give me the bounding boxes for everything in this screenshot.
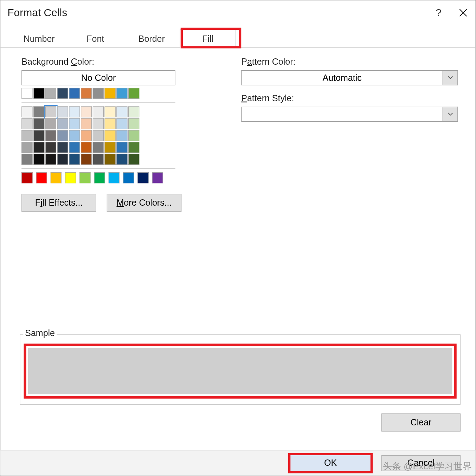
color-swatch[interactable]	[45, 154, 56, 165]
tab-number[interactable]: Number	[11, 30, 67, 48]
standard-colors-row	[21, 172, 175, 183]
color-swatch[interactable]	[81, 118, 92, 129]
color-swatch[interactable]	[33, 107, 44, 117]
fill-effects-button[interactable]: Fill Effects...	[21, 194, 96, 212]
color-swatch[interactable]	[51, 172, 62, 183]
ok-button-label: OK	[290, 455, 371, 471]
color-swatch[interactable]	[33, 142, 44, 153]
tints-grid	[21, 107, 175, 165]
tab-font[interactable]: Font	[67, 30, 123, 48]
color-swatch[interactable]	[105, 142, 116, 153]
pattern-section: Pattern Color: Automatic Pattern Style:	[241, 57, 458, 212]
color-swatch[interactable]	[105, 88, 116, 99]
color-swatch[interactable]	[45, 88, 56, 99]
color-swatch[interactable]	[93, 142, 104, 153]
color-swatch[interactable]	[69, 142, 80, 153]
color-swatch[interactable]	[45, 142, 56, 153]
color-swatch[interactable]	[21, 88, 32, 99]
color-swatch[interactable]	[81, 142, 92, 153]
color-swatch[interactable]	[45, 118, 56, 129]
btn-accel: M	[116, 198, 124, 208]
color-swatch[interactable]	[45, 107, 56, 117]
color-swatch[interactable]	[69, 118, 80, 129]
color-swatch[interactable]	[116, 154, 127, 165]
color-swatch[interactable]	[57, 154, 68, 165]
color-swatch[interactable]	[21, 154, 32, 165]
btn-text: F	[35, 198, 40, 208]
cancel-button[interactable]: Cancel	[381, 455, 461, 471]
color-swatch[interactable]	[105, 107, 116, 117]
color-swatch[interactable]	[116, 107, 127, 117]
color-swatch[interactable]	[105, 118, 116, 129]
color-swatch[interactable]	[69, 88, 80, 99]
color-swatch[interactable]	[57, 142, 68, 153]
color-swatch[interactable]	[57, 130, 68, 141]
color-swatch[interactable]	[57, 88, 68, 99]
color-swatch[interactable]	[128, 88, 139, 99]
color-swatch[interactable]	[65, 172, 76, 183]
color-swatch[interactable]	[81, 88, 92, 99]
color-swatch[interactable]	[152, 172, 163, 183]
background-color-section: Background Color: No Color Fill Effects.…	[21, 57, 206, 212]
color-swatch[interactable]	[116, 118, 127, 129]
color-swatch[interactable]	[21, 172, 32, 183]
color-swatch[interactable]	[21, 118, 32, 129]
color-swatch[interactable]	[128, 142, 139, 153]
dialog-footer: OK Cancel	[0, 450, 475, 476]
color-swatch[interactable]	[94, 172, 105, 183]
color-swatch[interactable]	[93, 130, 104, 141]
color-swatch[interactable]	[93, 118, 104, 129]
ok-button[interactable]: OK	[288, 453, 373, 473]
close-button[interactable]	[451, 0, 476, 25]
color-swatch[interactable]	[33, 88, 44, 99]
pattern-color-label: Pattern Color:	[241, 57, 458, 67]
color-swatch[interactable]	[137, 172, 148, 183]
color-swatch[interactable]	[57, 118, 68, 129]
color-swatch[interactable]	[105, 154, 116, 165]
color-swatch[interactable]	[93, 88, 104, 99]
pattern-style-value	[241, 107, 443, 122]
color-swatch[interactable]	[69, 154, 80, 165]
color-swatch[interactable]	[105, 130, 116, 141]
clear-button[interactable]: Clear	[381, 413, 461, 431]
color-swatch[interactable]	[81, 107, 92, 117]
tab-border[interactable]: Border	[123, 30, 180, 48]
color-swatch[interactable]	[116, 142, 127, 153]
color-swatch[interactable]	[93, 154, 104, 165]
color-swatch[interactable]	[79, 172, 90, 183]
color-swatch[interactable]	[123, 172, 134, 183]
more-colors-button[interactable]: More Colors...	[107, 194, 182, 212]
color-swatch[interactable]	[109, 172, 120, 183]
tab-fill[interactable]: Fill	[180, 30, 236, 48]
color-swatch[interactable]	[21, 142, 32, 153]
pattern-color-dropdown[interactable]: Automatic	[241, 70, 458, 85]
color-swatch[interactable]	[81, 154, 92, 165]
dropdown-arrow-button[interactable]	[443, 70, 458, 85]
color-swatch[interactable]	[21, 130, 32, 141]
pattern-style-dropdown[interactable]	[241, 107, 458, 122]
color-swatch[interactable]	[93, 107, 104, 117]
color-swatch[interactable]	[21, 107, 32, 117]
color-swatch[interactable]	[33, 118, 44, 129]
color-swatch[interactable]	[33, 154, 44, 165]
label-accel: C	[71, 57, 77, 66]
color-swatch[interactable]	[57, 107, 68, 117]
color-swatch[interactable]	[116, 130, 127, 141]
label-text: olor:	[77, 57, 95, 66]
color-swatch[interactable]	[116, 88, 127, 99]
color-swatch[interactable]	[128, 130, 139, 141]
color-swatch[interactable]	[81, 130, 92, 141]
dropdown-arrow-button[interactable]	[443, 107, 458, 122]
color-swatch[interactable]	[69, 130, 80, 141]
help-button[interactable]: ?	[426, 0, 451, 25]
color-swatch[interactable]	[128, 107, 139, 117]
tabs-row: Number Font Border Fill	[0, 30, 475, 48]
color-swatch[interactable]	[128, 118, 139, 129]
color-swatch[interactable]	[128, 154, 139, 165]
color-swatch[interactable]	[36, 172, 47, 183]
color-swatch[interactable]	[45, 130, 56, 141]
no-color-button[interactable]: No Color	[21, 70, 175, 85]
color-swatch[interactable]	[69, 107, 80, 117]
label-accel: a	[247, 57, 252, 66]
color-swatch[interactable]	[33, 130, 44, 141]
